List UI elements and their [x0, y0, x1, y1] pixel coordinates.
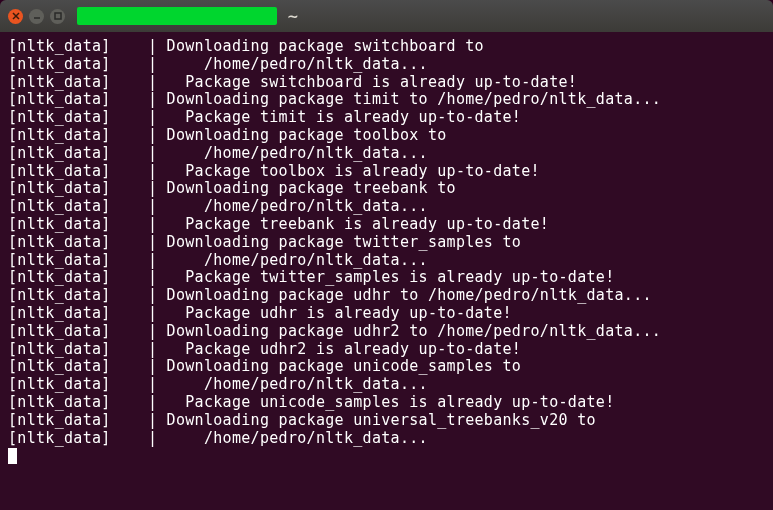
- terminal-line: [nltk_data] | /home/pedro/nltk_data...: [8, 252, 765, 270]
- terminal-line: [nltk_data] | Downloading package twitte…: [8, 234, 765, 252]
- terminal-output[interactable]: [nltk_data] | Downloading package switch…: [0, 32, 773, 510]
- terminal-line: [nltk_data] | Package timit is already u…: [8, 109, 765, 127]
- terminal-line: [nltk_data] | Downloading package treeba…: [8, 180, 765, 198]
- titlebar[interactable]: ~: [0, 0, 773, 32]
- terminal-line: [nltk_data] | Package switchboard is alr…: [8, 74, 765, 92]
- terminal-window: ~ [nltk_data] | Downloading package swit…: [0, 0, 773, 510]
- terminal-line: [nltk_data] | Downloading package unicod…: [8, 358, 765, 376]
- terminal-line: [nltk_data] | Package udhr is already up…: [8, 305, 765, 323]
- terminal-line: [nltk_data] | /home/pedro/nltk_data...: [8, 430, 765, 448]
- terminal-line: [nltk_data] | Downloading package udhr2 …: [8, 323, 765, 341]
- terminal-line: [nltk_data] | /home/pedro/nltk_data...: [8, 145, 765, 163]
- terminal-line: [nltk_data] | /home/pedro/nltk_data...: [8, 376, 765, 394]
- minimize-icon[interactable]: [29, 9, 44, 24]
- window-title-suffix: ~: [287, 8, 299, 24]
- terminal-line: [nltk_data] | Downloading package switch…: [8, 38, 765, 56]
- svg-rect-3: [55, 13, 61, 19]
- close-icon[interactable]: [8, 9, 23, 24]
- terminal-line: [nltk_data] | Downloading package toolbo…: [8, 127, 765, 145]
- terminal-line: [nltk_data] | /home/pedro/nltk_data...: [8, 198, 765, 216]
- terminal-line: [nltk_data] | Package toolbox is already…: [8, 163, 765, 181]
- terminal-line: [nltk_data] | Downloading package univer…: [8, 412, 765, 430]
- terminal-line: [nltk_data] | Package twitter_samples is…: [8, 269, 765, 287]
- window-title-redacted: [77, 7, 277, 25]
- maximize-icon[interactable]: [50, 9, 65, 24]
- cursor-icon: [8, 448, 17, 464]
- terminal-line: [nltk_data] | Downloading package timit …: [8, 91, 765, 109]
- terminal-line: [nltk_data] | /home/pedro/nltk_data...: [8, 56, 765, 74]
- terminal-line: [nltk_data] | Package unicode_samples is…: [8, 394, 765, 412]
- terminal-line: [nltk_data] | Package udhr2 is already u…: [8, 341, 765, 359]
- terminal-line: [nltk_data] | Package treebank is alread…: [8, 216, 765, 234]
- terminal-line: [nltk_data] | Downloading package udhr t…: [8, 287, 765, 305]
